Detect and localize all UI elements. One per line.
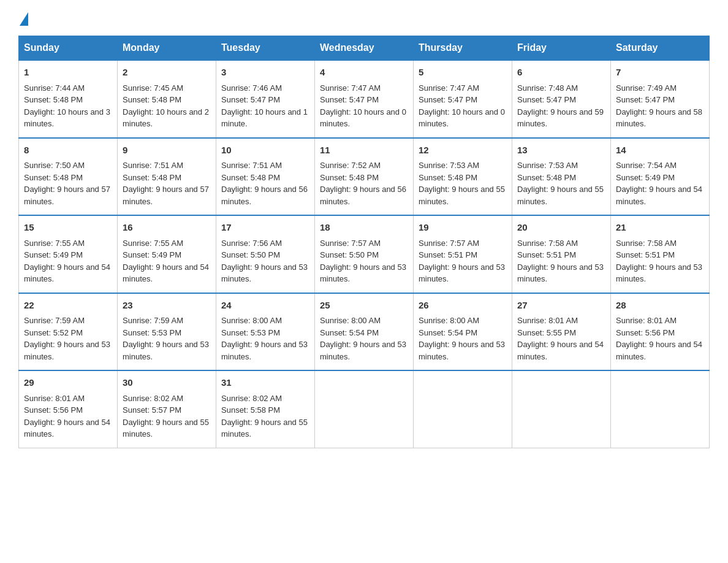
day-info: Sunrise: 8:02 AMSunset: 5:58 PMDaylight:…	[221, 394, 308, 439]
day-number: 24	[221, 299, 309, 313]
day-number: 15	[24, 221, 112, 235]
day-number: 18	[320, 221, 408, 235]
day-info: Sunrise: 7:53 AMSunset: 5:48 PMDaylight:…	[419, 161, 505, 206]
calendar-header-wednesday: Wednesday	[315, 36, 414, 61]
page-header	[18, 12, 710, 23]
day-number: 16	[123, 221, 211, 235]
calendar-cell: 21 Sunrise: 7:58 AMSunset: 5:51 PMDaylig…	[611, 215, 710, 293]
calendar-cell	[512, 370, 611, 448]
day-info: Sunrise: 7:59 AMSunset: 5:53 PMDaylight:…	[123, 316, 209, 361]
day-number: 2	[123, 66, 211, 80]
calendar-cell	[414, 370, 512, 448]
day-number: 17	[221, 221, 309, 235]
calendar-cell: 20 Sunrise: 7:58 AMSunset: 5:51 PMDaylig…	[512, 215, 611, 293]
day-info: Sunrise: 8:01 AMSunset: 5:55 PMDaylight:…	[517, 316, 604, 361]
day-number: 10	[221, 144, 309, 158]
day-info: Sunrise: 7:57 AMSunset: 5:50 PMDaylight:…	[320, 239, 406, 284]
day-info: Sunrise: 8:00 AMSunset: 5:54 PMDaylight:…	[419, 316, 505, 361]
calendar-cell: 25 Sunrise: 8:00 AMSunset: 5:54 PMDaylig…	[315, 293, 414, 371]
calendar-cell: 15 Sunrise: 7:55 AMSunset: 5:49 PMDaylig…	[19, 215, 118, 293]
calendar-week-row: 8 Sunrise: 7:50 AMSunset: 5:48 PMDayligh…	[19, 138, 710, 216]
day-info: Sunrise: 7:47 AMSunset: 5:47 PMDaylight:…	[419, 83, 505, 129]
calendar-header-monday: Monday	[118, 36, 216, 61]
calendar-cell: 4 Sunrise: 7:47 AMSunset: 5:47 PMDayligh…	[315, 60, 414, 138]
day-info: Sunrise: 7:58 AMSunset: 5:51 PMDaylight:…	[616, 239, 702, 284]
calendar-header-saturday: Saturday	[611, 36, 710, 61]
calendar-cell: 22 Sunrise: 7:59 AMSunset: 5:52 PMDaylig…	[19, 293, 118, 371]
day-number: 29	[24, 376, 112, 390]
day-info: Sunrise: 7:58 AMSunset: 5:51 PMDaylight:…	[517, 239, 604, 284]
day-info: Sunrise: 8:01 AMSunset: 5:56 PMDaylight:…	[616, 316, 702, 361]
day-number: 11	[320, 144, 408, 158]
day-number: 20	[517, 221, 605, 235]
day-info: Sunrise: 7:49 AMSunset: 5:47 PMDaylight:…	[616, 83, 702, 129]
day-number: 25	[320, 299, 408, 313]
day-number: 9	[123, 144, 211, 158]
day-info: Sunrise: 7:55 AMSunset: 5:49 PMDaylight:…	[123, 239, 209, 284]
day-info: Sunrise: 7:46 AMSunset: 5:47 PMDaylight:…	[221, 83, 308, 129]
day-info: Sunrise: 7:51 AMSunset: 5:48 PMDaylight:…	[221, 161, 308, 206]
calendar-header-sunday: Sunday	[19, 36, 118, 61]
day-number: 31	[221, 376, 309, 390]
day-info: Sunrise: 7:50 AMSunset: 5:48 PMDaylight:…	[24, 161, 110, 206]
calendar-cell: 9 Sunrise: 7:51 AMSunset: 5:48 PMDayligh…	[118, 138, 216, 216]
calendar-header-thursday: Thursday	[414, 36, 512, 61]
calendar-cell: 17 Sunrise: 7:56 AMSunset: 5:50 PMDaylig…	[216, 215, 315, 293]
day-number: 4	[320, 66, 408, 80]
day-info: Sunrise: 8:00 AMSunset: 5:54 PMDaylight:…	[320, 316, 406, 361]
calendar-cell: 10 Sunrise: 7:51 AMSunset: 5:48 PMDaylig…	[216, 138, 315, 216]
calendar-cell: 31 Sunrise: 8:02 AMSunset: 5:58 PMDaylig…	[216, 370, 315, 448]
calendar-week-row: 15 Sunrise: 7:55 AMSunset: 5:49 PMDaylig…	[19, 215, 710, 293]
day-number: 27	[517, 299, 605, 313]
day-number: 21	[616, 221, 704, 235]
calendar-cell: 24 Sunrise: 8:00 AMSunset: 5:53 PMDaylig…	[216, 293, 315, 371]
day-info: Sunrise: 7:55 AMSunset: 5:49 PMDaylight:…	[24, 239, 110, 284]
day-info: Sunrise: 7:51 AMSunset: 5:48 PMDaylight:…	[123, 161, 209, 206]
day-number: 6	[517, 66, 605, 80]
logo	[18, 12, 29, 23]
calendar-cell: 1 Sunrise: 7:44 AMSunset: 5:48 PMDayligh…	[19, 60, 118, 138]
logo-triangle-icon	[20, 12, 28, 26]
calendar-cell: 18 Sunrise: 7:57 AMSunset: 5:50 PMDaylig…	[315, 215, 414, 293]
calendar-cell: 13 Sunrise: 7:53 AMSunset: 5:48 PMDaylig…	[512, 138, 611, 216]
calendar-week-row: 1 Sunrise: 7:44 AMSunset: 5:48 PMDayligh…	[19, 60, 710, 138]
day-info: Sunrise: 7:57 AMSunset: 5:51 PMDaylight:…	[419, 239, 505, 284]
calendar-cell: 7 Sunrise: 7:49 AMSunset: 5:47 PMDayligh…	[611, 60, 710, 138]
calendar-cell: 26 Sunrise: 8:00 AMSunset: 5:54 PMDaylig…	[414, 293, 512, 371]
calendar-header-tuesday: Tuesday	[216, 36, 315, 61]
calendar-cell: 2 Sunrise: 7:45 AMSunset: 5:48 PMDayligh…	[118, 60, 216, 138]
calendar-cell	[611, 370, 710, 448]
calendar-cell: 19 Sunrise: 7:57 AMSunset: 5:51 PMDaylig…	[414, 215, 512, 293]
day-number: 26	[419, 299, 507, 313]
calendar-cell: 27 Sunrise: 8:01 AMSunset: 5:55 PMDaylig…	[512, 293, 611, 371]
day-number: 13	[517, 144, 605, 158]
calendar-cell: 6 Sunrise: 7:48 AMSunset: 5:47 PMDayligh…	[512, 60, 611, 138]
day-number: 7	[616, 66, 704, 80]
calendar-cell: 14 Sunrise: 7:54 AMSunset: 5:49 PMDaylig…	[611, 138, 710, 216]
day-number: 22	[24, 299, 112, 313]
day-number: 1	[24, 66, 112, 80]
day-info: Sunrise: 7:53 AMSunset: 5:48 PMDaylight:…	[517, 161, 604, 206]
calendar-cell: 28 Sunrise: 8:01 AMSunset: 5:56 PMDaylig…	[611, 293, 710, 371]
day-number: 12	[419, 144, 507, 158]
calendar-cell: 23 Sunrise: 7:59 AMSunset: 5:53 PMDaylig…	[118, 293, 216, 371]
day-info: Sunrise: 8:02 AMSunset: 5:57 PMDaylight:…	[123, 394, 209, 439]
calendar-header-friday: Friday	[512, 36, 611, 61]
calendar-cell: 30 Sunrise: 8:02 AMSunset: 5:57 PMDaylig…	[118, 370, 216, 448]
day-number: 23	[123, 299, 211, 313]
day-info: Sunrise: 7:54 AMSunset: 5:49 PMDaylight:…	[616, 161, 702, 206]
day-info: Sunrise: 8:01 AMSunset: 5:56 PMDaylight:…	[24, 394, 110, 439]
day-info: Sunrise: 7:52 AMSunset: 5:48 PMDaylight:…	[320, 161, 406, 206]
day-number: 30	[123, 376, 211, 390]
day-info: Sunrise: 7:48 AMSunset: 5:47 PMDaylight:…	[517, 83, 604, 129]
day-number: 19	[419, 221, 507, 235]
day-info: Sunrise: 7:45 AMSunset: 5:48 PMDaylight:…	[123, 83, 209, 129]
day-number: 28	[616, 299, 704, 313]
calendar-cell: 12 Sunrise: 7:53 AMSunset: 5:48 PMDaylig…	[414, 138, 512, 216]
day-number: 8	[24, 144, 112, 158]
calendar-cell: 11 Sunrise: 7:52 AMSunset: 5:48 PMDaylig…	[315, 138, 414, 216]
day-info: Sunrise: 7:59 AMSunset: 5:52 PMDaylight:…	[24, 316, 110, 361]
day-info: Sunrise: 8:00 AMSunset: 5:53 PMDaylight:…	[221, 316, 308, 361]
day-number: 5	[419, 66, 507, 80]
day-number: 14	[616, 144, 704, 158]
